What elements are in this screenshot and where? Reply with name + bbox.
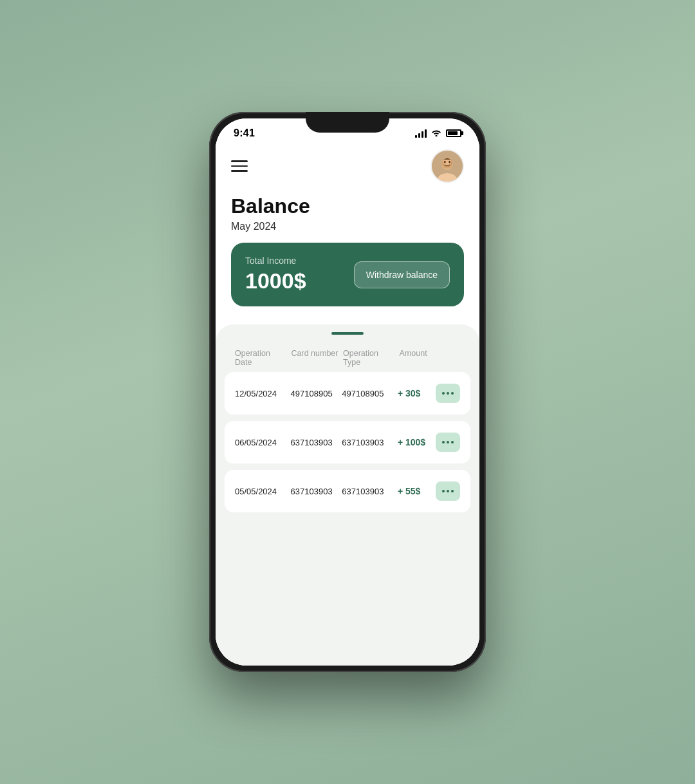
income-amount: 1000$ [245, 268, 306, 294]
col-header-actions [438, 349, 460, 367]
transactions-table: Operation Date Card number Operation Typ… [216, 339, 479, 666]
row-more-button[interactable] [436, 481, 460, 501]
page-title: Balance [231, 194, 464, 218]
row-date: 12/05/2024 [235, 389, 288, 398]
hamburger-menu[interactable] [231, 160, 248, 172]
withdraw-balance-button[interactable]: Withdraw balance [354, 261, 450, 288]
row-more-button[interactable] [436, 433, 460, 452]
row-amount: + 30$ [398, 388, 433, 398]
balance-section: Balance May 2024 Total Income 1000$ With… [216, 188, 479, 317]
table-header: Operation Date Card number Operation Typ… [225, 344, 470, 372]
more-dot [451, 490, 454, 492]
row-type: 637103903 [342, 438, 395, 447]
row-card: 637103903 [291, 487, 340, 496]
income-label: Total Income [245, 256, 306, 266]
row-more-button[interactable] [436, 384, 460, 403]
bottom-sheet: Operation Date Card number Operation Typ… [216, 324, 479, 666]
battery-icon [446, 129, 461, 137]
app-content: Balance May 2024 Total Income 1000$ With… [216, 142, 479, 666]
more-dot [451, 392, 454, 395]
row-amount: + 55$ [398, 486, 433, 496]
income-card: Total Income 1000$ Withdraw balance [231, 243, 464, 306]
wifi-icon [431, 128, 441, 138]
row-date: 05/05/2024 [235, 487, 288, 496]
row-type: 497108905 [342, 389, 395, 398]
table-row: 05/05/2024 637103903 637103903 + 55$ [225, 470, 470, 512]
avatar[interactable] [431, 149, 464, 183]
more-dot [447, 441, 449, 443]
handle-bar [331, 332, 364, 335]
row-amount: + 100$ [398, 437, 433, 447]
income-info: Total Income 1000$ [245, 256, 306, 294]
row-card: 637103903 [291, 438, 340, 447]
more-dot [442, 490, 445, 492]
app-header [216, 142, 479, 188]
more-dot [442, 392, 445, 395]
table-row: 12/05/2024 497108905 497108905 + 30$ [225, 372, 470, 415]
more-dot [442, 441, 445, 443]
col-header-amount: Amount [400, 349, 436, 367]
row-card: 497108905 [291, 389, 340, 398]
notch [306, 112, 389, 133]
col-header-type: Operation Type [343, 349, 397, 367]
table-row: 06/05/2024 637103903 637103903 + 100$ [225, 421, 470, 463]
col-header-card: Card number [292, 349, 341, 367]
sheet-handle [216, 324, 479, 339]
svg-point-7 [449, 161, 450, 163]
more-dot [447, 392, 449, 395]
svg-point-6 [444, 161, 446, 163]
phone-screen: 9:41 [216, 118, 479, 666]
balance-date: May 2024 [231, 221, 464, 232]
phone-frame: 9:41 [209, 112, 486, 672]
status-time: 9:41 [234, 127, 255, 139]
signal-icon [415, 129, 427, 138]
status-icons [415, 128, 461, 138]
row-date: 06/05/2024 [235, 438, 288, 447]
row-type: 637103903 [342, 487, 395, 496]
more-dot [447, 490, 449, 492]
more-dot [451, 441, 454, 443]
col-header-date: Operation Date [235, 349, 289, 367]
